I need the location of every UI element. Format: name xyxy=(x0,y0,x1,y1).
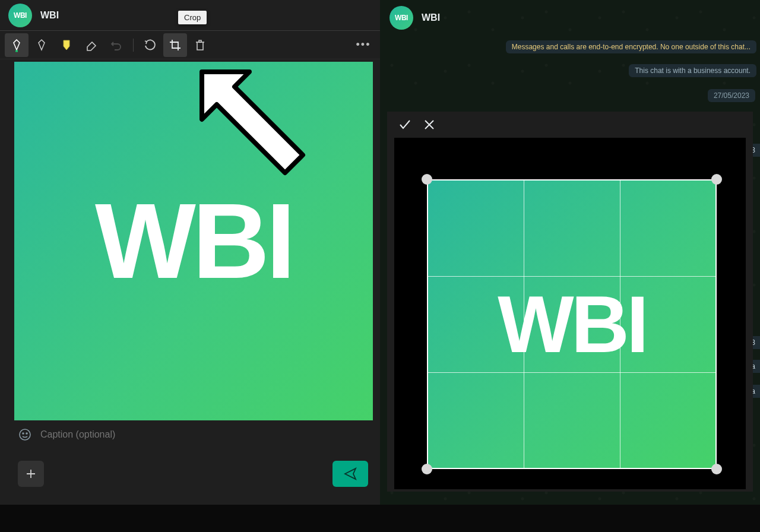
plus-icon xyxy=(24,467,37,480)
crop-handle-bottom-left[interactable] xyxy=(422,464,432,474)
chat-header: WBI WBI xyxy=(380,0,760,36)
undo-icon xyxy=(110,39,123,52)
highlighter-icon xyxy=(61,38,72,52)
business-notice: This chat is with a business account. xyxy=(629,64,756,77)
delete-icon xyxy=(194,39,206,52)
encryption-notice: Messages and calls are end-to-end encryp… xyxy=(506,40,756,53)
crop-icon xyxy=(169,39,182,52)
grid-line xyxy=(524,179,524,469)
delete-button[interactable] xyxy=(188,33,212,57)
avatar-text: WBI xyxy=(395,14,408,22)
eraser-icon xyxy=(85,39,98,52)
crop-handle-top-left[interactable] xyxy=(422,174,432,185)
svg-point-0 xyxy=(20,429,30,440)
grid-line xyxy=(620,179,620,469)
grid-line xyxy=(427,372,717,373)
emoji-icon[interactable] xyxy=(18,428,32,442)
crop-image: WBI xyxy=(427,179,717,469)
pen-outline-tool-button[interactable] xyxy=(30,33,53,57)
confirm-crop-button[interactable] xyxy=(398,118,412,132)
image-text: WBI xyxy=(95,188,292,294)
pen-tool-button[interactable] xyxy=(5,33,28,57)
crop-toolbar xyxy=(387,112,753,138)
image-text: WBI xyxy=(498,284,645,365)
eraser-tool-button[interactable] xyxy=(80,33,103,57)
highlighter-tool-button[interactable] xyxy=(55,33,78,57)
add-media-button[interactable] xyxy=(18,461,44,487)
bottom-bar xyxy=(18,461,368,487)
cancel-crop-button[interactable] xyxy=(423,118,436,131)
pen-icon xyxy=(11,38,23,52)
caption-input[interactable] xyxy=(40,429,362,440)
crop-tooltip: Crop xyxy=(178,11,207,24)
more-button[interactable]: ••• xyxy=(352,33,375,57)
crop-canvas[interactable]: WBI xyxy=(394,138,746,489)
more-icon: ••• xyxy=(356,39,371,51)
date-label: 27/05/2023 xyxy=(708,89,755,102)
grid-line xyxy=(427,276,717,277)
svg-point-2 xyxy=(26,433,27,434)
send-icon xyxy=(343,467,357,481)
annotation-arrow-icon xyxy=(190,63,309,182)
toolbar-separator xyxy=(133,39,134,52)
crop-panel: WBI xyxy=(387,112,753,492)
avatar[interactable]: WBI xyxy=(390,6,413,30)
chat-panel: WBI WBI Messages and calls are end-to-en… xyxy=(380,0,760,505)
svg-point-1 xyxy=(23,433,24,434)
editor-toolbar: ••• xyxy=(0,31,380,59)
crop-handle-bottom-right[interactable] xyxy=(711,464,722,474)
rotate-icon xyxy=(144,39,157,52)
avatar-text: WBI xyxy=(14,11,27,20)
avatar[interactable]: WBI xyxy=(8,4,32,27)
pen-outline-icon xyxy=(36,38,48,52)
crop-button[interactable] xyxy=(163,33,187,57)
rotate-button[interactable] xyxy=(138,33,162,57)
chat-title: WBI xyxy=(422,12,440,23)
caption-row xyxy=(18,428,362,442)
undo-button[interactable] xyxy=(104,33,128,57)
crop-handle-top-right[interactable] xyxy=(711,174,722,185)
image-editor-panel: WBI WBI Crop xyxy=(0,0,380,505)
send-button[interactable] xyxy=(332,461,368,487)
chat-title: WBI xyxy=(40,10,59,21)
